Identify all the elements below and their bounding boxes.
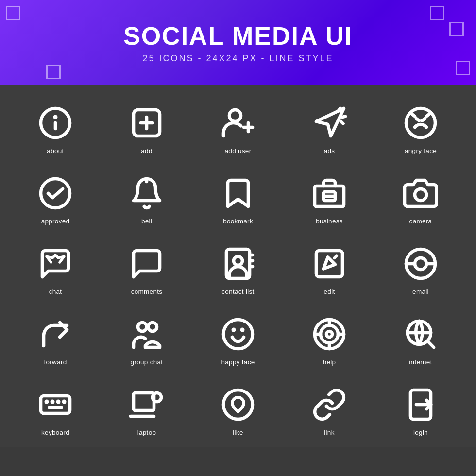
icon-cell-ads[interactable]: ads <box>284 95 375 160</box>
comments-label: comments <box>131 288 163 295</box>
svg-point-41 <box>326 331 332 337</box>
icon-cell-forward[interactable]: forward <box>10 306 101 372</box>
icon-cell-link[interactable]: link <box>284 376 375 442</box>
svg-rect-28 <box>316 251 342 277</box>
svg-point-36 <box>223 320 253 349</box>
icon-cell-approved[interactable]: approved <box>10 165 101 231</box>
contact-list-icon <box>219 244 257 283</box>
business-label: business <box>316 218 343 225</box>
ads-icon <box>310 103 349 142</box>
icon-cell-about[interactable]: about <box>10 95 101 160</box>
email-label: email <box>412 288 429 295</box>
icon-cell-add-user[interactable]: add user <box>192 95 284 160</box>
svg-point-22 <box>415 189 426 201</box>
icon-cell-like[interactable]: like <box>192 376 284 442</box>
about-icon <box>36 103 75 142</box>
icon-cell-chat[interactable]: chat <box>10 236 101 301</box>
group-chat-label: group chat <box>131 358 163 366</box>
icon-cell-group-chat[interactable]: group chat <box>101 306 192 372</box>
svg-line-15 <box>410 113 415 117</box>
svg-line-47 <box>427 341 434 347</box>
bookmark-icon <box>219 174 257 213</box>
icon-cell-angry-face[interactable]: angry face <box>375 95 466 160</box>
business-icon <box>310 174 349 213</box>
icon-cell-edit[interactable]: edit <box>284 236 375 301</box>
svg-point-40 <box>321 325 338 343</box>
internet-label: internet <box>409 358 432 366</box>
keyboard-icon <box>36 385 75 424</box>
svg-point-34 <box>138 323 147 331</box>
icon-grid-container: about add add user ads <box>0 85 476 447</box>
icon-cell-contact-list[interactable]: contact list <box>192 236 284 301</box>
edit-label: edit <box>324 288 335 295</box>
add-icon <box>127 103 166 142</box>
icon-cell-add[interactable]: add <box>101 95 192 160</box>
bookmark-label: bookmark <box>223 218 253 225</box>
login-label: login <box>413 429 428 436</box>
angry-face-label: angry face <box>405 147 437 154</box>
approved-label: approved <box>41 218 70 225</box>
svg-line-10 <box>342 117 345 118</box>
icon-cell-business[interactable]: business <box>284 165 375 231</box>
corner-decoration <box>6 6 20 20</box>
laptop-label: laptop <box>137 429 156 436</box>
chat-label: chat <box>49 288 62 295</box>
edit-icon <box>310 244 349 283</box>
camera-label: camera <box>409 218 432 225</box>
contact-list-label: contact list <box>221 288 254 295</box>
svg-line-14 <box>422 119 425 121</box>
like-icon <box>219 385 257 424</box>
bell-label: bell <box>141 218 152 225</box>
comments-icon <box>127 244 166 283</box>
add-label: add <box>141 147 152 154</box>
svg-line-16 <box>426 113 431 117</box>
forward-icon <box>36 315 75 354</box>
group-chat-icon <box>127 315 166 354</box>
svg-rect-49 <box>41 396 70 413</box>
corner-decoration <box>430 6 444 20</box>
svg-point-56 <box>153 393 161 402</box>
svg-point-31 <box>415 258 426 270</box>
bell-icon <box>127 174 166 213</box>
like-label: like <box>233 429 243 436</box>
svg-line-9 <box>338 108 340 111</box>
approved-icon <box>36 174 75 213</box>
icon-cell-keyboard[interactable]: keyboard <box>10 376 101 442</box>
angry-face-icon <box>401 103 440 142</box>
add-user-label: add user <box>225 147 252 154</box>
svg-point-35 <box>148 323 157 331</box>
icon-cell-login[interactable]: login <box>375 376 466 442</box>
page-title: SOCIAL MEDIA UI <box>123 21 353 51</box>
icon-cell-bell[interactable]: bell <box>101 165 192 231</box>
help-label: help <box>323 358 336 366</box>
icon-cell-comments[interactable]: comments <box>101 236 192 301</box>
icon-cell-email[interactable]: email <box>375 236 466 301</box>
svg-point-24 <box>234 256 242 265</box>
icon-cell-internet[interactable]: internet <box>375 306 466 372</box>
corner-decoration <box>449 22 464 36</box>
ads-label: ads <box>324 147 335 154</box>
laptop-icon <box>127 385 166 424</box>
header: SOCIAL MEDIA UI 25 ICONS - 24X24 PX - LI… <box>0 0 476 85</box>
email-icon <box>401 244 440 283</box>
keyboard-label: keyboard <box>41 429 69 436</box>
happy-face-label: happy face <box>221 358 255 366</box>
internet-icon <box>401 315 440 354</box>
login-icon <box>401 385 440 424</box>
chat-icon <box>36 244 75 283</box>
icon-cell-help[interactable]: help <box>284 306 375 372</box>
corner-decoration <box>456 61 470 75</box>
svg-point-6 <box>229 110 241 121</box>
svg-line-11 <box>341 121 343 124</box>
icon-cell-camera[interactable]: camera <box>375 165 466 231</box>
svg-line-13 <box>416 119 419 121</box>
icon-cell-happy-face[interactable]: happy face <box>192 306 284 372</box>
corner-decoration <box>46 65 61 79</box>
help-icon <box>310 315 349 354</box>
icon-cell-laptop[interactable]: laptop <box>101 376 192 442</box>
svg-rect-55 <box>134 393 154 410</box>
svg-line-29 <box>335 256 337 258</box>
icon-cell-bookmark[interactable]: bookmark <box>192 165 284 231</box>
link-label: link <box>324 429 334 436</box>
page-subtitle: 25 ICONS - 24X24 PX - LINE STYLE <box>142 53 333 64</box>
